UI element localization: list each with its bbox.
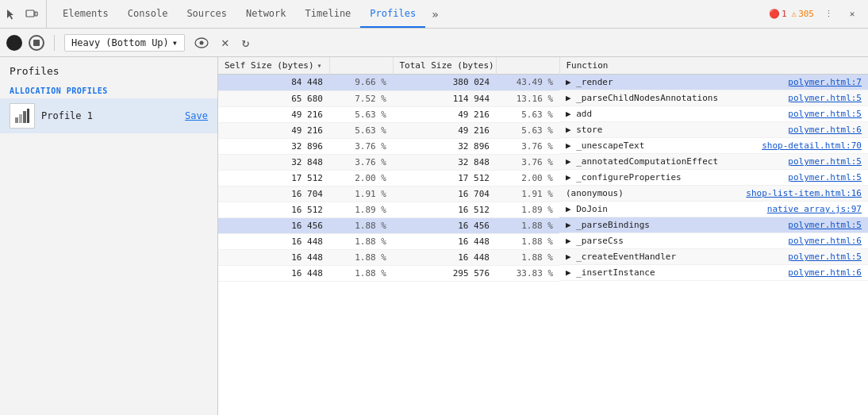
view-mode-dropdown[interactable]: Heavy (Bottom Up) ▾: [64, 34, 185, 52]
table-row[interactable]: 32 896 3.76 % 32 896 3.76 % ▶ _unescapeT…: [218, 138, 868, 154]
file-link[interactable]: polymer.html:5: [788, 156, 862, 167]
file-link[interactable]: polymer.html:7: [788, 77, 862, 87]
function-name: ▶ _parseCss: [566, 236, 782, 246]
refresh-icon[interactable]: ↻: [239, 33, 253, 52]
sidebar: Profiles ALLOCATION PROFILES Profile 1 S…: [0, 57, 218, 415]
cell-total-pct: 43.49 %: [496, 75, 559, 91]
tab-network[interactable]: Network: [236, 0, 296, 28]
cell-total-pct: 33.83 %: [496, 265, 559, 281]
cell-self-pct: 1.88 %: [329, 249, 393, 265]
tab-timeline[interactable]: Timeline: [296, 0, 361, 28]
function-name: (anonymous): [566, 188, 739, 198]
devtools-icons: [3, 0, 47, 28]
table-row[interactable]: 84 448 9.66 % 380 024 43.49 % ▶ _render …: [218, 75, 868, 91]
tab-console[interactable]: Console: [118, 0, 178, 28]
table-scroll[interactable]: Self Size (bytes) ▾ Total Size (bytes) F…: [218, 57, 868, 415]
cell-total-pct: 5.63 %: [496, 106, 559, 122]
cell-total-size: 49 216: [393, 122, 496, 138]
tab-profiles[interactable]: Profiles: [360, 0, 425, 28]
file-link[interactable]: polymer.html:5: [788, 172, 862, 183]
record-button[interactable]: [6, 35, 22, 51]
profile-item[interactable]: Profile 1 Save: [0, 98, 217, 133]
more-tabs-button[interactable]: »: [425, 0, 444, 28]
file-link[interactable]: polymer.html:5: [788, 252, 862, 262]
table-row[interactable]: 16 456 1.88 % 16 456 1.88 % ▶ _parseBind…: [218, 217, 868, 233]
device-icon[interactable]: [24, 6, 40, 22]
table-row[interactable]: 65 680 7.52 % 114 944 13.16 % ▶ _parseCh…: [218, 90, 868, 106]
col-self-pct: [329, 57, 393, 75]
cell-total-pct: 1.88 %: [496, 233, 559, 249]
cell-self-size: 16 704: [218, 186, 329, 202]
cell-function: ▶ store polymer.html:6: [559, 122, 868, 138]
cell-self-size: 49 216: [218, 122, 329, 138]
error-icon: 🔴: [769, 9, 780, 19]
file-link[interactable]: polymer.html:6: [788, 267, 862, 278]
cell-self-pct: 1.88 %: [329, 265, 393, 281]
table-row[interactable]: 49 216 5.63 % 49 216 5.63 % ▶ store poly…: [218, 122, 868, 138]
cell-total-size: 32 896: [393, 138, 496, 154]
cell-self-size: 65 680: [218, 90, 329, 106]
function-name: ▶ _render: [566, 77, 782, 87]
eye-icon[interactable]: [191, 36, 212, 50]
cell-self-size: 16 456: [218, 217, 329, 233]
cell-function: ▶ _insertInstance polymer.html:6: [559, 265, 868, 281]
cell-self-size: 49 216: [218, 106, 329, 122]
warning-badge[interactable]: ⚠ 305: [792, 9, 815, 19]
menu-button[interactable]: ⋮: [819, 5, 838, 24]
tab-elements[interactable]: Elements: [53, 0, 118, 28]
stop-button[interactable]: [29, 35, 44, 51]
cell-self-pct: 7.52 %: [329, 90, 393, 106]
table-row[interactable]: 16 512 1.89 % 16 512 1.89 % ▶ DoJoin nat…: [218, 202, 868, 217]
tab-bar: Elements Console Sources Network Timelin…: [0, 0, 868, 29]
table-row[interactable]: 16 448 1.88 % 16 448 1.88 % ▶ _createEve…: [218, 249, 868, 265]
tab-sources[interactable]: Sources: [177, 0, 236, 28]
function-name: ▶ _parseBindings: [566, 220, 782, 230]
cell-total-size: 114 944: [393, 90, 496, 106]
function-name: ▶ _insertInstance: [566, 267, 782, 278]
col-function[interactable]: Function: [559, 57, 868, 75]
svg-point-2: [10, 39, 18, 47]
error-badge[interactable]: 🔴 1: [769, 9, 787, 19]
table-body: 84 448 9.66 % 380 024 43.49 % ▶ _render …: [218, 75, 868, 282]
col-self-size[interactable]: Self Size (bytes) ▾: [218, 57, 329, 75]
stop-icon: [33, 40, 40, 46]
cell-function: ▶ _unescapeText shop-detail.html:70: [559, 138, 868, 154]
cell-total-pct: 3.76 %: [496, 138, 559, 154]
file-link[interactable]: polymer.html:5: [788, 93, 862, 103]
cell-total-size: 16 704: [393, 186, 496, 202]
file-link[interactable]: native array.js:97: [767, 204, 862, 214]
file-link[interactable]: polymer.html:6: [788, 125, 862, 135]
file-link[interactable]: polymer.html:6: [788, 236, 862, 246]
function-name: ▶ DoJoin: [566, 204, 761, 214]
col-total-size[interactable]: Total Size (bytes): [393, 57, 496, 75]
cell-total-pct: 1.89 %: [496, 202, 559, 217]
table-header-row: Self Size (bytes) ▾ Total Size (bytes) F…: [218, 57, 868, 75]
cell-function: ▶ _parseBindings polymer.html:5: [559, 217, 868, 233]
cell-total-pct: 5.63 %: [496, 122, 559, 138]
file-link[interactable]: shop-list-item.html:16: [746, 188, 862, 198]
table-row[interactable]: 17 512 2.00 % 17 512 2.00 % ▶ _configure…: [218, 170, 868, 186]
clear-icon[interactable]: ✕: [218, 33, 232, 52]
cell-total-size: 49 216: [393, 106, 496, 122]
table-row[interactable]: 16 704 1.91 % 16 704 1.91 % (anonymous) …: [218, 186, 868, 202]
cell-self-pct: 5.63 %: [329, 106, 393, 122]
table-row[interactable]: 49 216 5.63 % 49 216 5.63 % ▶ add polyme…: [218, 106, 868, 122]
cell-function: (anonymous) shop-list-item.html:16: [559, 186, 868, 202]
cursor-icon[interactable]: [3, 6, 19, 22]
table-row[interactable]: 16 448 1.88 % 295 576 33.83 % ▶ _insertI…: [218, 265, 868, 281]
save-link[interactable]: Save: [185, 110, 208, 121]
close-button[interactable]: ✕: [843, 5, 862, 24]
table-row[interactable]: 32 848 3.76 % 32 848 3.76 % ▶ _annotated…: [218, 154, 868, 170]
cell-self-pct: 3.76 %: [329, 138, 393, 154]
cell-self-pct: 1.89 %: [329, 202, 393, 217]
cell-self-size: 16 448: [218, 233, 329, 249]
sort-arrow-icon: ▾: [317, 61, 322, 70]
file-link[interactable]: polymer.html:5: [788, 109, 862, 119]
cell-function: ▶ add polymer.html:5: [559, 106, 868, 122]
svg-rect-0: [26, 10, 34, 17]
file-link[interactable]: polymer.html:5: [788, 220, 862, 230]
table-row[interactable]: 16 448 1.88 % 16 448 1.88 % ▶ _parseCss …: [218, 233, 868, 249]
col-total-pct: [496, 57, 559, 75]
file-link[interactable]: shop-detail.html:70: [762, 140, 862, 151]
cell-self-size: 16 448: [218, 265, 329, 281]
